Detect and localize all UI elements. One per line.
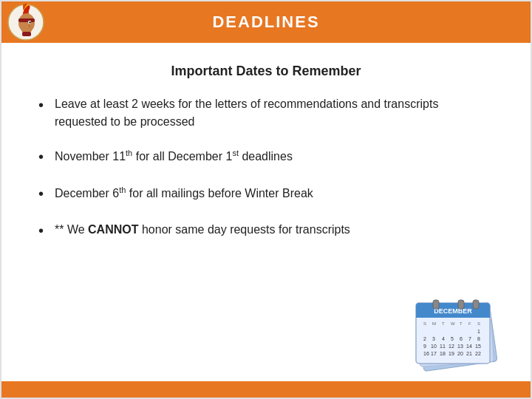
svg-text:9: 9	[423, 344, 426, 349]
bullet-text: December 6th for all mailings before Win…	[55, 184, 494, 202]
svg-text:15: 15	[475, 344, 481, 349]
svg-text:12: 12	[449, 344, 454, 349]
slide: DEADLINES Important Dates to Remember • …	[0, 0, 532, 399]
bullet-text: Leave at least 2 weeks for the letters o…	[55, 95, 494, 131]
header-bar: DEADLINES	[1, 1, 531, 43]
svg-text:17: 17	[431, 351, 437, 356]
cannot-text: CANNOT	[88, 223, 138, 236]
svg-text:16: 16	[423, 351, 429, 356]
content-area: Important Dates to Remember • Leave at l…	[1, 43, 531, 273]
chief-logo-icon	[7, 4, 44, 41]
svg-text:10: 10	[431, 344, 437, 349]
svg-text:11: 11	[440, 344, 446, 349]
footer-bar	[1, 381, 531, 398]
svg-text:21: 21	[466, 351, 472, 356]
svg-text:W: W	[451, 321, 455, 326]
list-item: • ** We CANNOT honor same day requests f…	[38, 221, 494, 242]
svg-text:M: M	[432, 321, 436, 326]
svg-point-9	[29, 21, 30, 23]
svg-text:7: 7	[468, 336, 471, 341]
svg-rect-11	[22, 32, 31, 36]
svg-text:5: 5	[451, 336, 454, 341]
svg-text:20: 20	[457, 351, 463, 356]
header-title: DEADLINES	[212, 13, 319, 32]
bullet-dot: •	[38, 219, 55, 242]
svg-text:S: S	[477, 321, 480, 326]
bullet-dot: •	[38, 183, 55, 205]
svg-rect-18	[433, 300, 439, 309]
list-item: • November 11th for all December 1st dea…	[38, 147, 494, 168]
svg-text:T: T	[442, 321, 445, 326]
svg-text:19: 19	[449, 351, 454, 356]
list-item: • Leave at least 2 weeks for the letters…	[38, 95, 494, 131]
bullet-list: • Leave at least 2 weeks for the letters…	[38, 95, 494, 242]
svg-text:1: 1	[477, 329, 480, 334]
list-item: • December 6th for all mailings before W…	[38, 184, 494, 205]
svg-text:8: 8	[477, 336, 480, 341]
svg-text:13: 13	[457, 344, 463, 349]
svg-text:14: 14	[466, 344, 472, 349]
svg-rect-19	[458, 300, 464, 309]
bullet-text: November 11th for all December 1st deadl…	[55, 147, 494, 166]
svg-text:S: S	[423, 321, 426, 326]
calendar-decoration: DECEMBER S M T W T F S 1 2 3 4 5 6 7 8 9…	[412, 294, 508, 375]
svg-text:3: 3	[432, 336, 435, 341]
svg-text:4: 4	[442, 336, 445, 341]
subtitle: Important Dates to Remember	[38, 64, 494, 79]
svg-text:T: T	[460, 321, 463, 326]
bullet-dot: •	[38, 146, 55, 168]
svg-text:2: 2	[423, 336, 426, 341]
bullet-dot: •	[38, 94, 55, 116]
svg-text:F: F	[468, 321, 471, 326]
svg-text:6: 6	[460, 336, 463, 341]
calendar-icon: DECEMBER S M T W T F S 1 2 3 4 5 6 7 8 9…	[412, 294, 508, 375]
svg-rect-7	[18, 18, 35, 22]
svg-text:18: 18	[440, 351, 446, 356]
svg-text:DECEMBER: DECEMBER	[434, 307, 472, 315]
svg-rect-20	[473, 300, 479, 309]
svg-text:22: 22	[475, 351, 481, 356]
logo-container	[7, 4, 44, 41]
bullet-text: ** We CANNOT honor same day requests for…	[55, 221, 494, 239]
